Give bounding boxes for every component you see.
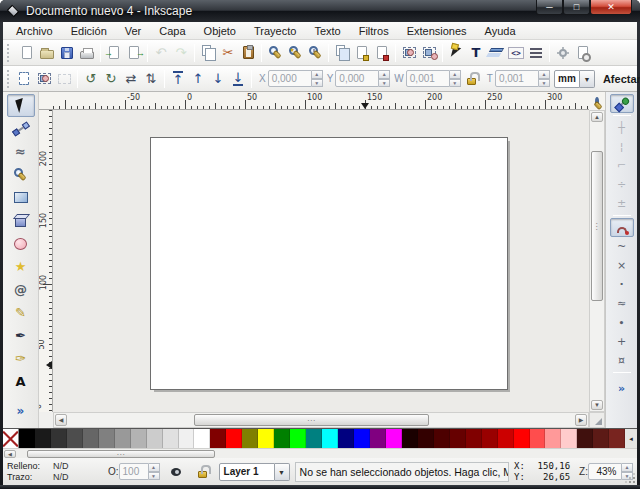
palette-swatch[interactable]: [338, 429, 354, 448]
menu-objeto[interactable]: Objeto: [195, 23, 245, 39]
palette-swatch[interactable]: [131, 429, 147, 448]
lower-to-bottom-button[interactable]: ↓: [228, 68, 248, 90]
rotate-cw-button[interactable]: ↻: [101, 68, 121, 90]
x-field-spinner[interactable]: ▲▼: [312, 70, 323, 87]
palette-swatch[interactable]: [434, 429, 450, 448]
palette-swatch[interactable]: [593, 429, 609, 448]
palette-swatch[interactable]: [163, 429, 179, 448]
flip-vertical-button[interactable]: ⇅: [141, 68, 161, 90]
layer-selector[interactable]: Layer 1 ▼: [219, 463, 290, 481]
palette-swatch[interactable]: [386, 429, 402, 448]
text-tool[interactable]: A: [7, 370, 35, 393]
menu-archivo[interactable]: Archivo: [7, 23, 62, 39]
palette-swatch[interactable]: [35, 429, 51, 448]
palette-scrollbar-thumb[interactable]: ⋯: [27, 450, 215, 458]
menu-texto[interactable]: Texto: [305, 23, 349, 39]
palette-swatch[interactable]: [290, 429, 306, 448]
y-field-input[interactable]: 0,000: [335, 70, 379, 87]
minimize-button[interactable]: ─: [536, 0, 563, 15]
ellipse-tool[interactable]: [7, 232, 35, 255]
scroll-right-arrow[interactable]: ▶: [575, 414, 587, 426]
palette-swatch[interactable]: [115, 429, 131, 448]
snapbar-overflow-chevron[interactable]: »: [610, 379, 634, 398]
palette-swatch[interactable]: [258, 429, 274, 448]
duplicate-button[interactable]: [332, 42, 352, 64]
cut-button[interactable]: ✂: [218, 42, 238, 64]
palette-swatch[interactable]: [67, 429, 83, 448]
calligraphy-tool[interactable]: ✑: [7, 347, 35, 370]
save-document-button[interactable]: [57, 42, 77, 64]
group-button[interactable]: [399, 42, 419, 64]
zoom-to-selection-button[interactable]: [265, 42, 285, 64]
menu-edicion[interactable]: Edición: [62, 23, 116, 39]
palette-swatch[interactable]: [402, 429, 418, 448]
chevron-down-icon[interactable]: ▼: [275, 463, 290, 481]
layer-visibility-toggle[interactable]: [165, 462, 187, 482]
scrollbar-corner-grip[interactable]: [589, 412, 605, 428]
enable-snapping-button[interactable]: [610, 94, 634, 113]
flip-horizontal-button[interactable]: ⇄: [121, 68, 141, 90]
w-field-input[interactable]: 0,001: [406, 70, 450, 87]
text-dialog-button[interactable]: T: [466, 42, 486, 64]
canvas-viewport[interactable]: [53, 110, 589, 412]
title-bar[interactable]: Documento nuevo 4 - Inkscape ─□✕: [0, 0, 640, 22]
palette-swatch[interactable]: [19, 429, 35, 448]
palette-swatch[interactable]: [498, 429, 514, 448]
toolbox-overflow-chevron[interactable]: »: [7, 399, 35, 422]
palette-swatch[interactable]: [466, 429, 482, 448]
w-field-spinner[interactable]: ▲▼: [450, 70, 461, 87]
palette-swatch[interactable]: [83, 429, 99, 448]
spin-up-icon[interactable]: ▲: [149, 463, 160, 472]
window-resize-grip[interactable]: [625, 473, 635, 483]
current-layer-name[interactable]: Layer 1: [219, 463, 275, 481]
palette-swatch[interactable]: [514, 429, 530, 448]
vertical-scrollbar[interactable]: ▲ ⋮ ▼: [589, 110, 605, 412]
palette-swatch[interactable]: [322, 429, 338, 448]
h-field-spinner[interactable]: ▲▼: [539, 70, 550, 87]
no-color-swatch[interactable]: [3, 429, 19, 448]
maximize-button[interactable]: □: [563, 0, 590, 15]
snap-smooth-nodes-button[interactable]: ≈: [610, 294, 634, 313]
paste-button[interactable]: [238, 42, 258, 64]
palette-swatch[interactable]: [210, 429, 226, 448]
node-editor-tool[interactable]: [7, 117, 35, 140]
horizontal-ruler[interactable]: -50050100150200250300350: [53, 92, 589, 110]
menu-ayuda[interactable]: Ayuda: [476, 23, 525, 39]
palette-swatch[interactable]: [194, 429, 210, 448]
export-button[interactable]: [124, 42, 144, 64]
palette-swatch[interactable]: [577, 429, 593, 448]
palette-scrollbar-left-arrow[interactable]: ◀: [4, 450, 16, 458]
menu-extensiones[interactable]: Extensiones: [398, 23, 476, 39]
menu-ver[interactable]: Ver: [116, 23, 151, 39]
chevron-down-icon[interactable]: ▼: [580, 70, 595, 88]
palette-swatch[interactable]: [609, 429, 625, 448]
snap-object-centers-button[interactable]: +: [610, 332, 634, 351]
palette-swatch[interactable]: [306, 429, 322, 448]
document-page[interactable]: [150, 137, 508, 390]
document-properties-button[interactable]: [573, 42, 593, 64]
menu-filtros[interactable]: Filtros: [350, 23, 398, 39]
snap-path-intersections-button[interactable]: ×: [610, 256, 634, 275]
zoom-to-drawing-button[interactable]: [285, 42, 305, 64]
xml-editor-button[interactable]: [506, 42, 526, 64]
palette-swatch[interactable]: [242, 429, 258, 448]
new-document-button[interactable]: [17, 42, 37, 64]
open-document-button[interactable]: [37, 42, 57, 64]
zoom-to-page-button[interactable]: [305, 42, 325, 64]
unit-select[interactable]: mm ▼: [554, 70, 595, 88]
snap-rotation-centers-button[interactable]: ¤: [610, 351, 634, 370]
preferences-button[interactable]: [553, 42, 573, 64]
rectangle-tool[interactable]: [7, 186, 35, 209]
palette-swatch[interactable]: [51, 429, 67, 448]
palette-swatch[interactable]: [545, 429, 561, 448]
close-button[interactable]: ✕: [590, 0, 632, 15]
palette-swatch[interactable]: [530, 429, 546, 448]
palette-swatch[interactable]: [482, 429, 498, 448]
raise-button[interactable]: ↑: [188, 68, 208, 90]
tweak-tool[interactable]: ≈: [7, 140, 35, 163]
horizontal-scrollbar[interactable]: ◀ ⋯ ▶: [53, 412, 589, 428]
fill-stroke-dialog-button[interactable]: [446, 42, 466, 64]
snap-paths-button[interactable]: ~: [610, 237, 634, 256]
box3d-tool[interactable]: [7, 209, 35, 232]
opacity-input[interactable]: 100: [119, 463, 149, 480]
